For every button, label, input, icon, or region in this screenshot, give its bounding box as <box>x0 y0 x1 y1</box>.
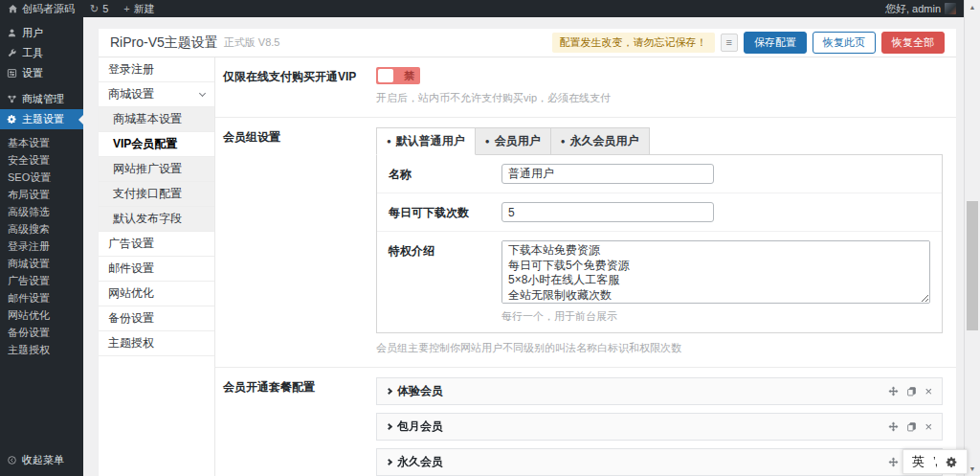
submenu-item-optimize[interactable]: 网站优化 <box>0 306 83 324</box>
updates-menu[interactable]: ↻ 5 <box>82 0 116 17</box>
privileges-hint: 每行一个，用于前台展示 <box>501 309 930 324</box>
submenu-item-shop[interactable]: 商城设置 <box>0 255 83 272</box>
account-menu[interactable]: 您好, admin <box>878 0 964 17</box>
updates-icon: ↻ <box>90 4 99 14</box>
nav-item-promotion[interactable]: 网站推广设置 <box>99 157 214 182</box>
sidebar-item-tools[interactable]: 工具 <box>0 43 83 63</box>
sidebar-item-label: 用户 <box>22 26 43 40</box>
collapse-icon <box>7 455 17 465</box>
scroll-up-arrow[interactable]: ▲ <box>965 4 980 11</box>
submenu-item-security[interactable]: 安全设置 <box>0 151 83 169</box>
gear-icon <box>946 456 958 468</box>
setting-row-member-group: 会员组设置 ● 默认普通用户 ● 会员用户 <box>215 118 956 368</box>
settings-body: 登录注册 商城设置 商城基本设置 VIP会员配置 网站推广设置 支付接口配置 默… <box>99 57 956 476</box>
page-title: RiPro-V5主题设置 <box>110 34 218 52</box>
submenu-item-login[interactable]: 登录注册 <box>0 238 83 255</box>
new-menu[interactable]: + 新建 <box>116 0 162 17</box>
site-menu[interactable]: 创码者源码 <box>0 0 82 17</box>
sidebar-item-theme-settings[interactable]: 主题设置 <box>0 109 83 129</box>
nav-item-ads[interactable]: 广告设置 <box>99 232 214 257</box>
submenu-item-filter[interactable]: 高级筛选 <box>0 203 83 220</box>
scrollbar-thumb[interactable] <box>967 201 978 330</box>
restore-all-button[interactable]: 恢复全部 <box>881 32 945 53</box>
package-item-monthly[interactable]: 包月会员 × <box>376 413 943 441</box>
admin-sidebar: 用户 工具 设置 商城管理 主题设置 基本设置 安全设置 SEO设置 布局设置 … <box>0 17 83 476</box>
ime-punct-button[interactable]: ’, <box>933 455 937 468</box>
member-group-tabs: ● 默认普通用户 ● 会员用户 ● 永久会员用户 <box>376 127 943 155</box>
sidebar-item-users[interactable]: 用户 <box>0 23 83 43</box>
user-icon <box>7 28 17 38</box>
ime-settings-button[interactable] <box>946 456 958 468</box>
admin-bar: 创码者源码 ↻ 5 + 新建 您好, admin <box>0 0 964 17</box>
nav-item-license[interactable]: 主题授权 <box>99 331 214 356</box>
submenu-item-mail[interactable]: 邮件设置 <box>0 289 83 306</box>
unsaved-warning: 配置发生改变，请勿忘记保存！ <box>552 33 715 53</box>
settings-content: 仅限在线支付购买开通VIP 禁 开启后，站内币不允许支付购买vip，必须在线支付… <box>215 57 956 476</box>
theme-settings-panel: RiPro-V5主题设置 正式版 V8.5 配置发生改变，请勿忘记保存！ ≡ 保… <box>99 29 956 476</box>
tab-default-user[interactable]: ● 默认普通用户 <box>376 127 476 155</box>
theme-settings-submenu: 基本设置 安全设置 SEO设置 布局设置 高级筛选 高级搜索 登录注册 商城设置… <box>0 129 83 364</box>
wrench-icon <box>7 48 17 58</box>
submenu-item-seo[interactable]: SEO设置 <box>0 169 83 186</box>
chevron-down-icon <box>199 89 206 96</box>
nav-item-login[interactable]: 登录注册 <box>99 57 214 82</box>
package-item-trial[interactable]: 体验会员 × <box>376 377 943 405</box>
daily-downloads-input[interactable] <box>501 202 714 222</box>
nav-item-publish-fields[interactable]: 默认发布字段 <box>99 207 214 232</box>
online-pay-only-toggle[interactable]: 禁 <box>376 67 420 84</box>
restore-page-button[interactable]: 恢复此页 <box>813 32 876 53</box>
nav-item-vip-config[interactable]: VIP会员配置 <box>99 132 214 157</box>
move-icon[interactable] <box>888 386 899 397</box>
nav-item-shop-settings[interactable]: 商城设置 <box>99 82 214 107</box>
sidebar-item-settings[interactable]: 设置 <box>0 63 83 83</box>
page-header: RiPro-V5主题设置 正式版 V8.5 配置发生改变，请勿忘记保存！ ≡ 保… <box>99 29 956 57</box>
package-item-permanent[interactable]: 永久会员 × <box>376 448 943 476</box>
nav-item-shop-basic[interactable]: 商城基本设置 <box>99 107 214 132</box>
plus-icon: + <box>123 4 129 14</box>
move-icon[interactable] <box>888 457 899 467</box>
submenu-item-license[interactable]: 主题授权 <box>0 341 83 358</box>
greeting: 您好, admin <box>885 2 941 16</box>
scrollbar[interactable]: ▲ ▼ <box>964 0 980 476</box>
avatar <box>945 3 956 14</box>
sliders-icon <box>7 68 17 79</box>
toggle-nav-button[interactable]: ≡ <box>721 34 738 52</box>
submenu-item-ads[interactable]: 广告设置 <box>0 272 83 289</box>
gear-icon <box>7 114 17 125</box>
close-icon[interactable]: × <box>924 420 932 433</box>
nav-item-optimize[interactable]: 网站优化 <box>99 282 214 306</box>
field-row-name: 名称 <box>377 155 942 193</box>
member-group-panel: 名称 每日可下载次数 <box>376 154 943 333</box>
setting-label: 会员组设置 <box>223 127 376 355</box>
setting-row-online-pay-only: 仅限在线支付购买开通VIP 禁 开启后，站内币不允许支付购买vip，必须在线支付 <box>215 57 956 118</box>
move-icon[interactable] <box>888 421 899 432</box>
new-label: 新建 <box>134 2 155 16</box>
privileges-textarea[interactable]: 下载本站免费资源 每日可下载5个免费资源 5×8小时在线人工客服 全站无限制收藏… <box>501 240 930 304</box>
submenu-item-layout[interactable]: 布局设置 <box>0 186 83 203</box>
nav-item-mail[interactable]: 邮件设置 <box>99 257 214 282</box>
bullet-icon: ● <box>387 137 391 146</box>
copy-icon[interactable] <box>906 386 917 397</box>
name-input[interactable] <box>501 164 714 184</box>
ime-lang-button[interactable]: 英 <box>912 453 924 470</box>
sidebar-item-label: 商城管理 <box>22 92 64 106</box>
collapse-menu-button[interactable]: 收起菜单 <box>0 450 83 470</box>
nav-item-backup[interactable]: 备份设置 <box>99 306 214 331</box>
tab-permanent-user[interactable]: ● 永久会员用户 <box>551 127 650 155</box>
collapse-label: 收起菜单 <box>22 453 64 467</box>
submenu-item-basic[interactable]: 基本设置 <box>0 134 83 151</box>
close-icon[interactable]: × <box>924 385 932 397</box>
copy-icon[interactable] <box>906 421 917 432</box>
admin-bar-right: 您好, admin <box>878 0 964 17</box>
setting-label: 会员开通套餐配置 <box>223 377 376 476</box>
sidebar-item-shop-manage[interactable]: 商城管理 <box>0 89 83 109</box>
save-config-button[interactable]: 保存配置 <box>744 32 807 53</box>
admin-bar-left: 创码者源码 ↻ 5 + 新建 <box>0 0 163 17</box>
submenu-item-backup[interactable]: 备份设置 <box>0 324 83 341</box>
bullet-icon: ● <box>561 137 566 146</box>
setting-description: 开启后，站内币不允许支付购买vip，必须在线支付 <box>376 91 943 105</box>
header-actions: 配置发生改变，请勿忘记保存！ ≡ 保存配置 恢复此页 恢复全部 <box>552 32 945 53</box>
submenu-item-search[interactable]: 高级搜索 <box>0 220 83 238</box>
tab-member-user[interactable]: ● 会员用户 <box>476 127 551 155</box>
nav-item-payment[interactable]: 支付接口配置 <box>99 182 214 207</box>
